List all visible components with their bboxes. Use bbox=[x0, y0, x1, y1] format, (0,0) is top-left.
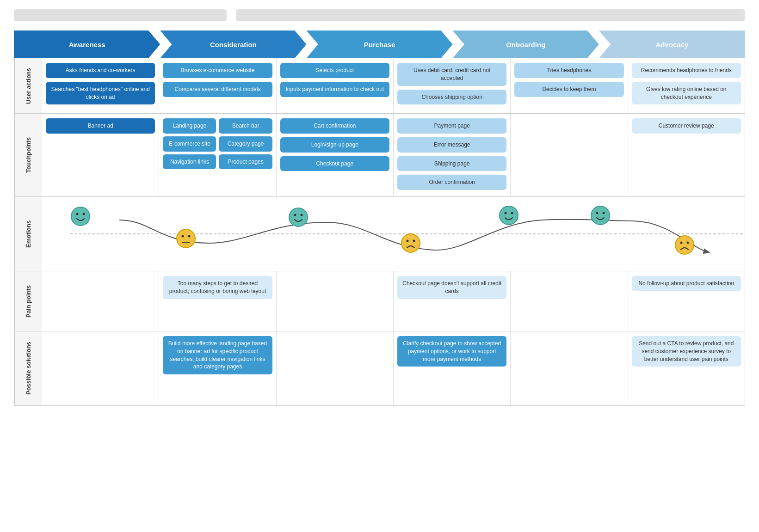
svg-point-10 bbox=[300, 214, 302, 216]
card: Decides to keep them bbox=[514, 82, 623, 97]
journey-table: User actions Asks friends and co-workers… bbox=[14, 58, 745, 406]
emotions-label: Emotions bbox=[14, 197, 42, 271]
emotion-face-7 bbox=[674, 235, 695, 257]
emotions-content bbox=[42, 197, 745, 271]
card: Clarify checkout page to show accepted p… bbox=[397, 336, 506, 367]
scenario-box bbox=[236, 9, 745, 21]
touchpoints-label: Touchpoints bbox=[14, 114, 42, 196]
col-2: Cart confirmationLogin/sign-up pageCheck… bbox=[277, 114, 394, 196]
svg-point-20 bbox=[675, 236, 694, 254]
card: Gives low rating online based on checkou… bbox=[632, 82, 741, 105]
svg-point-16 bbox=[511, 212, 513, 214]
card: Login/sign-up page bbox=[280, 137, 389, 153]
emotion-face-3 bbox=[288, 207, 309, 229]
col-1: Build more effective landing page based … bbox=[159, 331, 276, 405]
phase-advocacy: Advocacy bbox=[599, 31, 745, 58]
card: Landing page bbox=[163, 118, 216, 134]
svg-point-6 bbox=[188, 235, 190, 238]
svg-point-9 bbox=[294, 214, 296, 216]
solutions-content: Build more effective landing page based … bbox=[42, 331, 745, 405]
user-actions-section: User actions Asks friends and co-workers… bbox=[14, 58, 745, 114]
card: Searches "best headphones" online and cl… bbox=[46, 82, 155, 105]
col-2 bbox=[277, 271, 394, 331]
card: Browses e-commerce website bbox=[163, 63, 272, 78]
svg-point-17 bbox=[591, 206, 610, 225]
card: No follow-up about product satisfaction bbox=[632, 276, 741, 291]
col-0 bbox=[42, 271, 159, 331]
card: Customer review page bbox=[632, 118, 741, 134]
svg-point-11 bbox=[401, 234, 420, 252]
card: Checkout page bbox=[280, 156, 389, 171]
header-row bbox=[14, 9, 745, 21]
svg-point-4 bbox=[177, 229, 195, 248]
solutions-section: Possible solutions Build more effective … bbox=[14, 331, 745, 405]
emotions-section: Emotions bbox=[14, 197, 745, 271]
emotion-face-5 bbox=[499, 205, 519, 227]
col-5: Recommends headphones to friendsGives lo… bbox=[628, 58, 745, 113]
col-3: Uses debit card; credit card not accepte… bbox=[394, 58, 511, 113]
card: Selects product bbox=[280, 63, 389, 78]
card: Inputs payment information to check out bbox=[280, 82, 389, 97]
card: Too many steps to get to desired product… bbox=[163, 276, 272, 299]
pain-points-label: Pain points bbox=[14, 271, 42, 331]
col-1: Browses e-commerce websiteCompares sever… bbox=[159, 58, 276, 113]
emotion-face-1 bbox=[70, 206, 91, 228]
card: Build more effective landing page based … bbox=[163, 336, 272, 374]
card: Error message bbox=[397, 137, 506, 153]
col-2: Selects productInputs payment informatio… bbox=[277, 58, 394, 113]
card: Compares several different models bbox=[163, 82, 272, 97]
svg-point-18 bbox=[596, 212, 598, 214]
card: Checkout page doesn't support all credit… bbox=[397, 276, 506, 299]
emotion-face-6 bbox=[590, 205, 611, 227]
touchpoints-content: Banner adLanding pageSearch barE-commerc… bbox=[42, 114, 745, 196]
phase-onboarding: Onboarding bbox=[453, 31, 599, 58]
card: E-commerce site bbox=[163, 136, 216, 152]
pain-points-content: Too many steps to get to desired product… bbox=[42, 271, 745, 331]
solutions-label: Possible solutions bbox=[14, 331, 42, 405]
card: Asks friends and co-workers bbox=[46, 63, 155, 78]
svg-point-3 bbox=[82, 213, 85, 215]
card: Send out a CTA to review product, and se… bbox=[632, 336, 741, 367]
emotion-face-2 bbox=[176, 228, 196, 250]
col-5: No follow-up about product satisfaction bbox=[628, 271, 745, 331]
card: Payment page bbox=[397, 118, 506, 134]
svg-point-14 bbox=[500, 206, 518, 225]
card: Product pages bbox=[219, 154, 272, 170]
card: Uses debit card; credit card not accepte… bbox=[397, 63, 506, 86]
svg-point-22 bbox=[687, 242, 689, 244]
col-0: Banner ad bbox=[42, 114, 159, 196]
page-wrapper: Awareness Consideration Purchase Onboard… bbox=[0, 0, 759, 415]
col-3: Payment pageError messageShipping pageOr… bbox=[394, 114, 511, 196]
col-3: Clarify checkout page to show accepted p… bbox=[394, 331, 511, 405]
user-actions-content: Asks friends and co-workersSearches "bes… bbox=[42, 58, 745, 113]
card: Banner ad bbox=[46, 118, 155, 134]
svg-point-21 bbox=[680, 242, 683, 244]
card: Search bar bbox=[219, 118, 272, 134]
col-2 bbox=[277, 331, 394, 405]
persona-box bbox=[14, 9, 227, 21]
svg-point-15 bbox=[505, 212, 507, 214]
col-1: Too many steps to get to desired product… bbox=[159, 271, 276, 331]
col-0: Asks friends and co-workersSearches "bes… bbox=[42, 58, 159, 113]
card: Tries headphones bbox=[514, 63, 623, 78]
svg-point-5 bbox=[181, 235, 184, 238]
phases-row: Awareness Consideration Purchase Onboard… bbox=[14, 31, 745, 58]
svg-point-12 bbox=[406, 240, 408, 242]
col-4 bbox=[511, 114, 628, 196]
phase-consideration: Consideration bbox=[160, 31, 306, 58]
col-5: Send out a CTA to review product, and se… bbox=[628, 331, 745, 405]
emotion-face-4 bbox=[401, 233, 421, 255]
touchpoints-section: Touchpoints Banner adLanding pageSearch … bbox=[14, 114, 745, 197]
col-1: Landing pageSearch barE-commerce siteCat… bbox=[159, 114, 276, 196]
pain-points-section: Pain points Too many steps to get to des… bbox=[14, 271, 745, 331]
col-4 bbox=[511, 271, 628, 331]
col-4: Tries headphonesDecides to keep them bbox=[511, 58, 628, 113]
svg-point-2 bbox=[76, 213, 78, 215]
card: Shipping page bbox=[397, 156, 506, 171]
card: Order confirmation bbox=[397, 175, 506, 190]
card: Category page bbox=[219, 136, 272, 152]
card: Navigation links bbox=[163, 154, 216, 170]
svg-point-13 bbox=[413, 240, 415, 242]
col-3: Checkout page doesn't support all credit… bbox=[394, 271, 511, 331]
col-0 bbox=[42, 331, 159, 405]
